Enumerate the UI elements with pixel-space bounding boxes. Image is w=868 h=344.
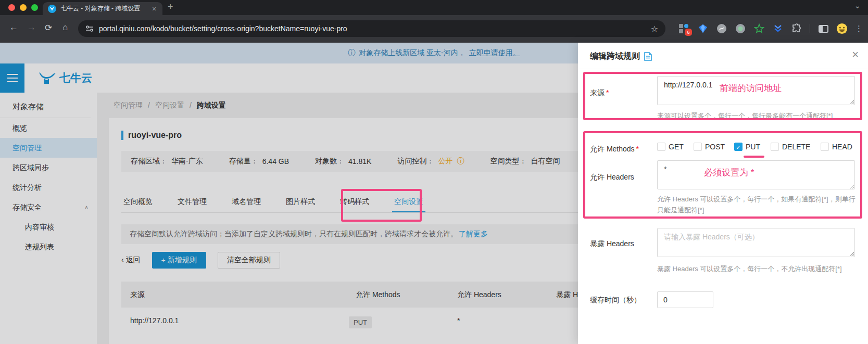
cache-time-input[interactable]: [657, 291, 713, 308]
extension-badge: 6: [685, 29, 692, 36]
rule-actions: ‹ 返回 + 新增规则 清空全部规则: [121, 252, 280, 269]
close-icon[interactable]: ×: [852, 48, 859, 61]
stat-access-control: 访问控制：公开ⓘ: [397, 157, 464, 166]
qiniu-bull-icon: [39, 71, 56, 85]
sidebar-item-storage-security[interactable]: 存储安全 ∧: [0, 197, 97, 217]
tab-image-styles[interactable]: 图片样式: [284, 191, 317, 212]
checkbox-box[interactable]: [821, 143, 829, 151]
maximize-window-button[interactable]: [31, 4, 38, 11]
checkbox-get[interactable]: GET: [657, 143, 684, 151]
sidebar-item-bucket-management[interactable]: 空间管理: [0, 138, 97, 158]
stat-region: 存储区域：华南-广东: [131, 157, 203, 166]
sidebar-item-overview[interactable]: 概览: [0, 118, 97, 138]
gem-extension-icon[interactable]: [697, 23, 709, 34]
learn-more-link[interactable]: 了解更多: [459, 230, 488, 239]
back-button[interactable]: ←: [9, 22, 18, 33]
sidebar-item-cross-region-sync[interactable]: 跨区域同步: [0, 158, 97, 177]
gray-circle-extension-icon[interactable]: [716, 23, 727, 34]
checkbox-label: GET: [669, 143, 684, 151]
expose-headers-label: 暴露 Headers: [590, 239, 634, 249]
notice-text: 对象存储上线新区域 亚太-河内，: [359, 48, 466, 58]
close-window-button[interactable]: [8, 4, 15, 11]
checkbox-post[interactable]: POST: [694, 143, 725, 151]
chevron-up-icon: ∧: [84, 197, 89, 217]
checkbox-box[interactable]: [694, 143, 702, 151]
expose-headers-help: 暴露 Headers 可以设置多个，每行一个，不允许出现通配符[*]: [657, 263, 842, 274]
breadcrumb-current: 跨域设置: [197, 101, 226, 109]
cell-method-tag: PUT: [349, 316, 372, 328]
allow-headers-help: 允许 Headers 可以设置多个，每行一个，如果有通配符[*]，则单行只能是通…: [657, 194, 861, 215]
cell-origin: http://127.0.0.1: [130, 316, 179, 325]
sidebar-item-statistics[interactable]: 统计分析: [0, 177, 97, 197]
forward-button[interactable]: →: [27, 22, 36, 33]
access-info-icon[interactable]: ⓘ: [457, 157, 464, 166]
checkbox-box[interactable]: [657, 143, 665, 151]
checkbox-put[interactable]: ✓PUT: [734, 143, 760, 151]
tab-bucket-settings[interactable]: 空间设置: [392, 191, 425, 212]
tab-close-icon[interactable]: ×: [152, 5, 156, 13]
toolbar-divider: [810, 24, 810, 33]
info-icon: ⓘ: [348, 48, 355, 58]
breadcrumb-bucket-management[interactable]: 空间管理: [114, 101, 143, 109]
double-chevron-extension-icon[interactable]: [772, 23, 784, 34]
breadcrumb: 空间管理/空间设置/跨域设置: [114, 101, 226, 110]
bookmark-star-icon[interactable]: ☆: [651, 24, 658, 34]
sidebar-section-title: 对象存储: [0, 96, 97, 118]
sidebar-item-content-review[interactable]: 内容审核: [0, 217, 97, 237]
notice-link[interactable]: 立即申请使用。: [469, 48, 520, 58]
col-origin: 来源: [130, 290, 145, 300]
checkbox-delete[interactable]: DELETE: [771, 143, 810, 151]
cors-tip-text: 存储空间默认允许跨域访问；当添加了自定义跨域规则时，只有在规则匹配时，跨域请求才…: [130, 230, 458, 239]
checkbox-label: PUT: [746, 143, 760, 151]
checkbox-box[interactable]: [771, 143, 779, 151]
extensions-puzzle-icon[interactable]: [791, 23, 802, 34]
cell-allow-headers: *: [457, 316, 460, 325]
add-rule-button[interactable]: + 新增规则: [152, 252, 206, 269]
recorder-extension-icon[interactable]: [735, 23, 746, 34]
clear-all-rules-button[interactable]: 清空全部规则: [218, 252, 280, 269]
col-allow-methods: 允许 Methods: [356, 290, 400, 300]
brand-name: 七牛云: [59, 71, 92, 85]
checkbox-label: POST: [705, 143, 725, 151]
sidebar-item-violation-list[interactable]: 违规列表: [0, 237, 97, 257]
tab-domain-management[interactable]: 域名管理: [230, 191, 263, 212]
tab-title: 七牛云 - 对象存储 - 跨域设置: [60, 4, 148, 13]
expose-headers-textarea[interactable]: [657, 228, 855, 257]
sidebar-item-label: 存储安全: [12, 197, 42, 217]
checkbox-label: HEAD: [832, 143, 852, 151]
tab-transcode-styles[interactable]: 转码样式: [338, 191, 371, 212]
profile-avatar[interactable]: [836, 23, 848, 34]
breadcrumb-bucket-settings[interactable]: 空间设置: [155, 101, 184, 109]
site-info-icon[interactable]: [85, 25, 94, 32]
checkbox-head[interactable]: HEAD: [821, 143, 852, 151]
tab-bucket-overview[interactable]: 空间概览: [121, 191, 155, 212]
cache-time-label: 缓存时间（秒）: [590, 296, 641, 305]
window-controls[interactable]: [8, 4, 38, 11]
bucket-title-row: ruoyi-vue-pro: [121, 131, 182, 140]
url-bar[interactable]: portal.qiniu.com/kodo/bucket/setting/cro…: [78, 20, 665, 37]
reload-button[interactable]: ⟳: [45, 22, 52, 33]
new-tab-button[interactable]: +: [168, 2, 173, 12]
bucket-name: ruoyi-vue-pro: [128, 131, 182, 140]
panel-title: 编辑跨域规则: [590, 51, 640, 62]
col-allow-headers: 允许 Headers: [457, 290, 501, 300]
back-link[interactable]: ‹ 返回: [121, 256, 141, 265]
checkbox-box-checked[interactable]: ✓: [734, 143, 743, 151]
origin-label: 来源*: [590, 88, 609, 98]
tab-file-management[interactable]: 文件管理: [175, 191, 209, 212]
edit-cors-rule-panel: 编辑跨域规则 × 来源* http://127.0.0.1 前端的访问地址 来源…: [578, 43, 868, 344]
download-manager-extension-icon[interactable]: 6: [678, 23, 690, 34]
qiniu-logo[interactable]: 七牛云: [39, 71, 92, 85]
hamburger-menu-button[interactable]: [0, 63, 24, 93]
minimize-window-button[interactable]: [20, 4, 27, 11]
side-panel-icon[interactable]: [817, 23, 829, 34]
tab-search-caret-icon[interactable]: ⌄: [854, 1, 861, 10]
allow-headers-textarea[interactable]: *: [657, 160, 855, 189]
browser-tab[interactable]: 七牛云 - 对象存储 - 跨域设置 ×: [43, 2, 162, 15]
origin-textarea[interactable]: http://127.0.0.1: [657, 76, 855, 105]
back-chevron-icon: ‹: [121, 256, 124, 264]
document-icon[interactable]: [644, 52, 652, 61]
home-button[interactable]: ⌂: [62, 22, 68, 33]
browser-menu-icon[interactable]: ⋮: [855, 24, 863, 33]
green-star-extension-icon[interactable]: [753, 23, 765, 34]
